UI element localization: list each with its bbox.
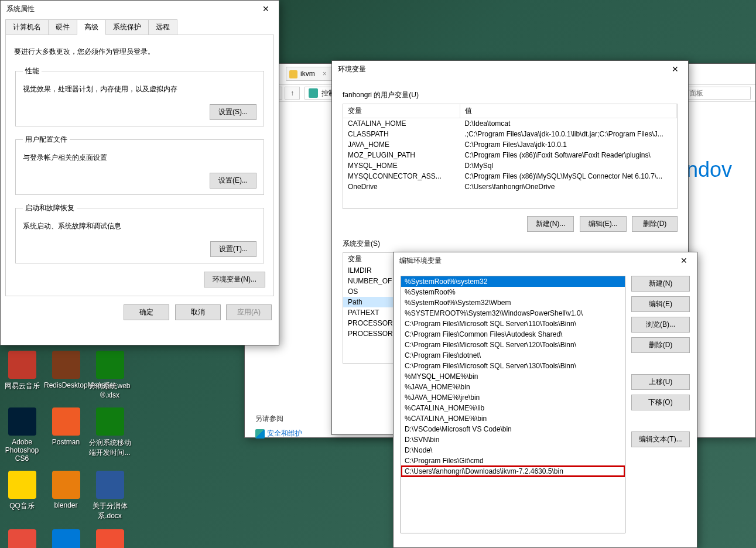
window-title: 环境变量	[338, 64, 366, 74]
app-icon	[8, 529, 36, 548]
list-item[interactable]: C:\Program Files\Microsoft SQL Server\13…	[401, 361, 625, 371]
admin-note: 要进行大多数更改，您必须作为管理员登录。	[14, 47, 265, 57]
tab-硬件[interactable]: 硬件	[48, 19, 77, 35]
table-row[interactable]: MYSQLCONNECTOR_ASS...C:\Program Files (x…	[343, 171, 677, 181]
user-delete-button[interactable]: 删除(D)	[632, 216, 678, 232]
system-properties-window: 系统属性 ✕ 计算机名硬件高级系统保护远程 要进行大多数更改，您必须作为管理员登…	[0, 0, 279, 345]
list-item[interactable]: %SystemRoot%	[401, 287, 625, 297]
tab-系统保护[interactable]: 系统保护	[105, 19, 149, 35]
list-item[interactable]: %SYSTEMROOT%\System32\WindowsPowerShell\…	[401, 308, 625, 318]
table-row[interactable]: MOZ_PLUGIN_PATHC:\Program Files (x86)\Fo…	[343, 150, 677, 160]
ok-button[interactable]: 确定	[124, 304, 169, 320]
desktop-icon[interactable]: eteams	[44, 527, 88, 548]
desktop-icon[interactable]: QQ音乐	[0, 468, 44, 521]
desktop-icon[interactable]: 分润系统移动端开发时间...	[88, 405, 132, 463]
tab-远程[interactable]: 远程	[148, 19, 177, 35]
icon-label: Postman	[44, 438, 88, 446]
app-icon	[52, 471, 80, 499]
tab-close-icon[interactable]: ×	[323, 70, 327, 78]
explorer-tab[interactable]: ikvm ×	[286, 67, 338, 81]
desktop-icons: 网易云音乐RedisDesktopManager分润系统web ®.xlsxAd…	[0, 348, 135, 548]
list-item[interactable]: C:\Program Files\Git\cmd	[401, 455, 625, 466]
close-icon[interactable]: ✕	[672, 253, 696, 268]
move-up-button[interactable]: 上移(U)	[631, 374, 690, 390]
list-item[interactable]: D:\Node\	[401, 445, 625, 455]
app-icon	[52, 407, 80, 436]
list-item[interactable]: %SystemRoot%\System32\Wbem	[401, 297, 625, 308]
th-value[interactable]: 值	[460, 104, 676, 118]
window-title: 编辑环境变量	[399, 256, 442, 266]
shield-icon	[255, 429, 265, 439]
desktop-icon[interactable]: 网易云音乐	[0, 348, 44, 399]
desktop-icon[interactable]: Adobe Photoshop CS6	[0, 405, 44, 463]
desktop-icon[interactable]: XMind ZEN	[0, 527, 44, 548]
tab-计算机名[interactable]: 计算机名	[5, 19, 49, 35]
list-item[interactable]: C:\Program Files\dotnet\	[401, 350, 625, 361]
user-vars-table[interactable]: 变量 值 CATALINA_HOMED:\Idea\tomcatCLASSPAT…	[343, 104, 678, 209]
delete-button[interactable]: 删除(D)	[631, 337, 690, 353]
apply-button[interactable]: 应用(A)	[226, 304, 272, 320]
list-item[interactable]: %CATALINA_HOME%\lib	[401, 403, 625, 413]
list-item[interactable]: %JAVA_HOME%\jre\bin	[401, 392, 625, 403]
desktop-icon[interactable]: 分润系统web ®.xlsx	[88, 348, 132, 399]
app-icon	[96, 407, 124, 436]
list-item[interactable]: %MYSQL_HOME%\bin	[401, 371, 625, 382]
close-icon[interactable]: ✕	[254, 1, 278, 16]
list-item[interactable]: C:\Program Files\Common Files\Autodesk S…	[401, 329, 625, 340]
user-new-button[interactable]: 新建(N)...	[527, 216, 574, 232]
tab-高级[interactable]: 高级	[77, 19, 106, 35]
tab-label: ikvm	[300, 70, 315, 78]
desktop-icon[interactable]: Git-2.21.0-64-bit.exe	[88, 527, 132, 548]
icon-label: 分润系统移动端开发时间...	[88, 438, 132, 458]
desktop-icon[interactable]: blender	[44, 468, 88, 521]
list-item[interactable]: %SystemRoot%\system32	[401, 276, 625, 287]
close-icon[interactable]: ✕	[663, 61, 687, 77]
cp-icon	[309, 88, 318, 98]
nav-up-icon[interactable]: ↑	[285, 87, 300, 100]
edit-button[interactable]: 编辑(E)	[631, 296, 690, 312]
list-item[interactable]: %CATALINA_HOME%\bin	[401, 413, 625, 424]
app-icon	[8, 471, 36, 499]
sys-vars-label: 系统变量(S)	[343, 239, 678, 249]
table-row[interactable]: JAVA_HOMEC:\Program Files\Java\jdk-10.0.…	[343, 139, 677, 150]
desktop-icon[interactable]: 关于分润体系.docx	[88, 468, 132, 521]
window-title: 系统属性	[6, 4, 35, 14]
env-vars-button[interactable]: 环境变量(N)...	[204, 272, 265, 287]
icon-label: 网易云音乐	[0, 381, 44, 391]
list-item[interactable]: %JAVA_HOME%\bin	[401, 382, 625, 392]
move-down-button[interactable]: 下移(O)	[631, 395, 690, 410]
startup-desc: 系统启动、系统故障和调试信息	[23, 221, 256, 231]
security-link[interactable]: 安全和维护	[255, 429, 302, 439]
user-edit-button[interactable]: 编辑(E)...	[580, 216, 627, 232]
path-listbox[interactable]: %SystemRoot%\system32%SystemRoot%%System…	[401, 276, 625, 533]
new-button[interactable]: 新建(N)	[631, 276, 690, 292]
cancel-button[interactable]: 取消	[175, 304, 221, 320]
list-item[interactable]: C:\Program Files\Microsoft SQL Server\11…	[401, 318, 625, 329]
app-icon	[8, 407, 36, 436]
table-row[interactable]: CLASSPATH.;C:\Program Files\Java\jdk-10.…	[343, 129, 677, 139]
table-row[interactable]: CATALINA_HOMED:\Idea\tomcat	[343, 118, 677, 129]
tabstrip: 计算机名硬件高级系统保护远程	[1, 17, 279, 35]
perf-settings-button[interactable]: 设置(S)...	[210, 104, 256, 120]
edit-text-button[interactable]: 编辑文本(T)...	[631, 431, 690, 447]
profile-settings-button[interactable]: 设置(E)...	[210, 173, 256, 189]
profile-group: 用户配置文件 与登录帐户相关的桌面设置 设置(E)...	[15, 135, 264, 195]
startup-settings-button[interactable]: 设置(T)...	[210, 241, 256, 257]
table-row[interactable]: OneDriveC:\Users\fanhongri\OneDrive	[343, 181, 677, 192]
startup-legend: 启动和故障恢复	[23, 203, 77, 213]
icon-label: blender	[44, 501, 88, 509]
startup-group: 启动和故障恢复 系统启动、系统故障和调试信息 设置(T)...	[15, 203, 264, 263]
profile-legend: 用户配置文件	[23, 135, 70, 145]
list-item[interactable]: D:\VSCode\Microsoft VS Code\bin	[401, 424, 625, 434]
list-item[interactable]: C:\Users\fanhongri\Downloads\ikvm-7.2.46…	[401, 466, 625, 477]
table-row[interactable]: MYSQL_HOMED:\MySql	[343, 160, 677, 171]
profile-desc: 与登录帐户相关的桌面设置	[23, 153, 256, 163]
desktop-icon[interactable]: Postman	[44, 405, 88, 463]
app-icon	[96, 471, 124, 499]
browse-button[interactable]: 浏览(B)...	[631, 317, 690, 333]
th-variable[interactable]: 变量	[343, 104, 460, 118]
list-item[interactable]: C:\Program Files\Microsoft SQL Server\12…	[401, 340, 625, 350]
desktop-icon[interactable]: RedisDesktopManager	[44, 348, 88, 399]
list-item[interactable]: D:\SVN\bin	[401, 434, 625, 445]
app-icon	[96, 529, 124, 548]
